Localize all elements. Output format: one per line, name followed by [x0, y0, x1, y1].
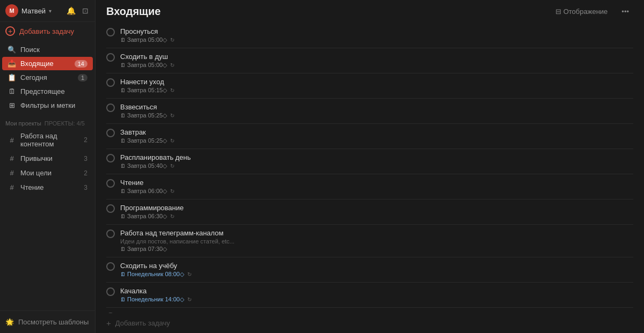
task-checkbox[interactable] [106, 287, 115, 296]
task-date: 🗓Завтра 05:00◇ [120, 36, 167, 43]
more-options-button[interactable]: ••• [617, 5, 633, 18]
layout-button[interactable]: ⊡ [81, 5, 90, 16]
task-date: 🗓Понедельник 08:00◇ [120, 271, 184, 278]
chevron-down-icon: ▾ [49, 8, 52, 14]
calendar-icon: 🗓 [120, 138, 126, 144]
task-checkbox[interactable] [106, 230, 115, 238]
add-task-bottom-label: Добавить задачу [115, 319, 170, 327]
task-date-text: Завтра 05:15◇ [127, 87, 167, 94]
sidebar-label-today: Сегодня [20, 73, 74, 82]
user-menu[interactable]: М Матвей ▾ [5, 4, 52, 17]
task-item: Личная учёба🗓Понедельник 16:30◇↻ [106, 308, 633, 313]
add-task-button[interactable]: + Добавить задачу [0, 22, 95, 40]
task-date-text: Завтра 06:00◇ [127, 188, 167, 195]
main-header: Входящие ⊟ Отображение ••• [96, 0, 644, 23]
recurring-icon: ↻ [170, 138, 174, 144]
templates-icon: 🌟 [5, 318, 14, 326]
task-checkbox[interactable] [106, 154, 115, 162]
sidebar-item-project-reading[interactable]: # Чтение 3 [2, 181, 93, 194]
sidebar-item-filters[interactable]: ⊞ Фильтры и метки [2, 99, 93, 112]
task-name: Нанести уход [120, 78, 633, 86]
sidebar-item-project-habits[interactable]: # Привычки 3 [2, 152, 93, 165]
recurring-icon: ↻ [170, 163, 174, 169]
sidebar-item-search[interactable]: 🔍 Поиск [2, 43, 93, 56]
recurring-icon: ↻ [187, 297, 192, 302]
calendar-icon: 🗓 [120, 188, 126, 194]
plus-circle-icon: + [5, 26, 15, 36]
projects-section-title: Мои проекты ПРОЕКТЫ: 4/5 [0, 115, 95, 129]
templates-button[interactable]: 🌟 Посмотреть шаблоны [5, 315, 90, 329]
notifications-button[interactable]: 🔔 [65, 5, 77, 16]
sidebar-label-inbox: Входящие [20, 60, 70, 68]
task-meta: 🗓Завтра 05:15◇↻ [120, 87, 633, 94]
projects-badge: ПРОЕКТЫ: 4/5 [45, 120, 85, 127]
task-checkbox[interactable] [106, 204, 115, 213]
task-meta: 🗓Завтра 07:30◇ [120, 246, 633, 253]
sidebar-item-today[interactable]: 📋 Сегодня 1 [2, 71, 93, 84]
task-date: 🗓Понедельник 14:00◇ [120, 296, 184, 303]
recurring-icon: ↻ [170, 213, 174, 219]
display-button[interactable]: ⊟ Отображение [551, 5, 612, 18]
task-checkbox[interactable] [106, 53, 115, 62]
task-content: Проснуться🗓Завтра 05:00◇↻ [120, 27, 633, 43]
task-item: Сходить в душ🗓Завтра 05:00◇↻ [106, 48, 633, 73]
user-name: Матвей [21, 7, 46, 15]
hash-icon: # [8, 154, 16, 162]
task-checkbox[interactable] [106, 103, 115, 112]
calendar-icon: 🗓 [120, 246, 126, 252]
task-date: 🗓Завтра 05:40◇ [120, 162, 167, 169]
task-checkbox[interactable] [106, 78, 115, 87]
avatar: М [5, 4, 18, 17]
task-date-text: Завтра 05:25◇ [127, 137, 167, 144]
task-meta: 🗓Завтра 05:25◇↻ [120, 137, 633, 144]
task-checkbox[interactable] [106, 129, 115, 137]
task-date: 🗓Завтра 06:00◇ [120, 188, 167, 195]
task-item: Сходить на учёбу🗓Понедельник 08:00◇↻ [106, 257, 633, 283]
search-icon: 🔍 [8, 46, 16, 54]
sidebar-item-project-content[interactable]: # Работа над контентом 2 [2, 129, 93, 151]
task-date-text: Завтра 05:00◇ [127, 36, 167, 43]
task-checkbox[interactable] [106, 262, 115, 271]
task-meta: 🗓Завтра 05:00◇↻ [120, 62, 633, 69]
calendar-icon: 🗓 [120, 163, 126, 169]
task-item: Качалка🗓Понедельник 14:00◇↻ [106, 283, 633, 308]
filters-icon: ⊞ [8, 101, 16, 109]
task-date-text: Завтра 06:30◇ [127, 213, 167, 220]
calendar-icon: 🗓 [120, 62, 126, 68]
task-checkbox[interactable] [106, 28, 115, 36]
sidebar-footer: 🌟 Посмотреть шаблоны [0, 310, 95, 333]
project-name-content: Работа над контентом [20, 132, 79, 148]
templates-label: Посмотреть шаблоны [18, 318, 89, 326]
task-meta: 🗓Понедельник 14:00◇↻ [120, 296, 633, 303]
hash-icon: # [8, 169, 16, 177]
task-item: Программирование🗓Завтра 06:30◇↻ [106, 199, 633, 225]
recurring-icon: ↻ [170, 62, 174, 68]
task-checkbox[interactable] [106, 179, 115, 188]
project-count-goals: 2 [84, 169, 87, 177]
task-name: Работа над телеграмм-каналом [120, 229, 633, 237]
add-task-bottom-button[interactable]: + Добавить задачу [96, 313, 644, 333]
task-content: Работа над телеграмм-каналомИдеи для пос… [120, 229, 633, 253]
task-meta: 🗓Завтра 05:00◇↻ [120, 36, 633, 43]
task-content: Сходить в душ🗓Завтра 05:00◇↻ [120, 53, 633, 69]
task-item: Завтрак🗓Завтра 05:25◇↻ [106, 124, 633, 149]
sidebar-label-filters: Фильтры и метки [20, 101, 87, 109]
task-date: 🗓Завтра 05:25◇ [120, 137, 167, 144]
project-count-habits: 3 [84, 155, 87, 162]
task-meta: 🗓Завтра 06:30◇↻ [120, 213, 633, 220]
task-date-text: Завтра 05:00◇ [127, 62, 167, 69]
task-item: Распланировать день🗓Завтра 05:40◇↻ [106, 149, 633, 174]
today-badge: 1 [78, 74, 87, 82]
project-name-habits: Привычки [20, 154, 79, 162]
sidebar-item-upcoming[interactable]: 🗓 Предстоящее [2, 85, 93, 98]
hash-icon: # [8, 136, 16, 144]
task-content: Чтение🗓Завтра 06:00◇↻ [120, 179, 633, 195]
recurring-icon: ↻ [170, 113, 174, 119]
task-name: Сходить на учёбу [120, 262, 633, 270]
task-content: Качалка🗓Понедельник 14:00◇↻ [120, 287, 633, 303]
task-content: Сходить на учёбу🗓Понедельник 08:00◇↻ [120, 262, 633, 278]
sidebar-item-inbox[interactable]: 📥 Входящие 14 [2, 57, 93, 70]
sidebar-item-project-goals[interactable]: # Мои цели 2 [2, 166, 93, 180]
sidebar-header: М Матвей ▾ 🔔 ⊡ [0, 0, 95, 22]
task-date-text: Завтра 07:30◇ [127, 246, 167, 253]
